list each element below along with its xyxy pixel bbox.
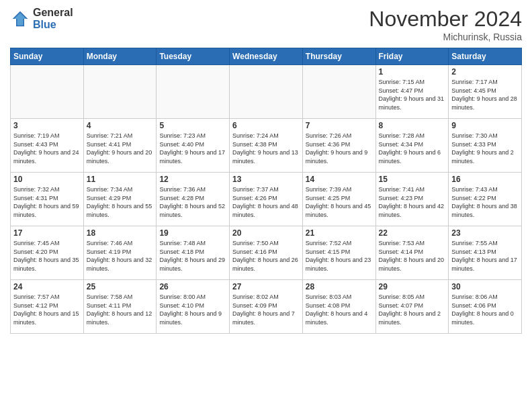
location: Michurinsk, Russia <box>369 32 522 42</box>
calendar-cell: 8Sunrise: 7:28 AMSunset: 4:34 PMDaylight… <box>375 119 449 173</box>
calendar-cell: 19Sunrise: 7:48 AMSunset: 4:18 PMDayligh… <box>157 226 230 280</box>
day-info: Sunrise: 7:46 AMSunset: 4:19 PMDaylight:… <box>87 239 154 273</box>
weekday-header-row: SundayMondayTuesdayWednesdayThursdayFrid… <box>11 48 522 65</box>
calendar-week-row: 1Sunrise: 7:15 AMSunset: 4:47 PMDaylight… <box>11 65 522 119</box>
title-section: November 2024 Michurinsk, Russia <box>369 7 522 42</box>
weekday-header: Tuesday <box>157 48 230 65</box>
day-number: 5 <box>159 121 226 130</box>
day-info: Sunrise: 7:41 AMSunset: 4:23 PMDaylight:… <box>379 185 446 219</box>
day-info: Sunrise: 7:19 AMSunset: 4:43 PMDaylight:… <box>13 132 81 165</box>
day-number: 16 <box>451 175 519 184</box>
page: General Blue November 2024 Michurinsk, R… <box>0 0 532 411</box>
day-info: Sunrise: 7:15 AMSunset: 4:47 PMDaylight:… <box>379 78 446 111</box>
calendar-cell: 25Sunrise: 7:58 AMSunset: 4:11 PMDayligh… <box>83 280 157 334</box>
day-info: Sunrise: 7:55 AMSunset: 4:13 PMDaylight:… <box>451 239 519 273</box>
month-title: November 2024 <box>369 7 522 32</box>
calendar-cell: 11Sunrise: 7:34 AMSunset: 4:29 PMDayligh… <box>83 173 157 226</box>
calendar-cell: 30Sunrise: 8:06 AMSunset: 4:06 PMDayligh… <box>449 280 522 334</box>
day-info: Sunrise: 7:23 AMSunset: 4:40 PMDaylight:… <box>159 132 226 165</box>
logo: General Blue <box>10 7 73 30</box>
calendar: SundayMondayTuesdayWednesdayThursdayFrid… <box>10 48 522 334</box>
day-info: Sunrise: 7:37 AMSunset: 4:26 PMDaylight:… <box>232 185 300 219</box>
day-info: Sunrise: 7:32 AMSunset: 4:31 PMDaylight:… <box>13 185 81 219</box>
calendar-week-row: 10Sunrise: 7:32 AMSunset: 4:31 PMDayligh… <box>11 173 522 226</box>
day-info: Sunrise: 7:30 AMSunset: 4:33 PMDaylight:… <box>451 132 519 165</box>
calendar-cell: 22Sunrise: 7:53 AMSunset: 4:14 PMDayligh… <box>375 226 449 280</box>
calendar-cell: 5Sunrise: 7:23 AMSunset: 4:40 PMDaylight… <box>157 119 230 173</box>
calendar-cell: 13Sunrise: 7:37 AMSunset: 4:26 PMDayligh… <box>230 173 303 226</box>
day-info: Sunrise: 7:58 AMSunset: 4:11 PMDaylight:… <box>87 293 154 326</box>
day-info: Sunrise: 8:03 AMSunset: 4:08 PMDaylight:… <box>306 293 373 326</box>
calendar-cell <box>157 65 230 119</box>
day-number: 25 <box>87 282 154 291</box>
day-number: 2 <box>451 67 519 77</box>
day-info: Sunrise: 8:05 AMSunset: 4:07 PMDaylight:… <box>379 293 446 326</box>
calendar-cell: 27Sunrise: 8:02 AMSunset: 4:09 PMDayligh… <box>230 280 303 334</box>
day-number: 18 <box>87 228 154 238</box>
day-number: 4 <box>87 121 154 130</box>
calendar-cell: 20Sunrise: 7:50 AMSunset: 4:16 PMDayligh… <box>230 226 303 280</box>
day-number: 22 <box>379 228 446 238</box>
day-info: Sunrise: 7:52 AMSunset: 4:15 PMDaylight:… <box>306 239 373 273</box>
calendar-cell: 26Sunrise: 8:00 AMSunset: 4:10 PMDayligh… <box>157 280 230 334</box>
logo-text: General Blue <box>33 7 73 30</box>
day-number: 17 <box>13 228 81 238</box>
calendar-cell <box>83 65 157 119</box>
day-info: Sunrise: 8:00 AMSunset: 4:10 PMDaylight:… <box>159 293 226 326</box>
day-number: 30 <box>451 282 519 291</box>
calendar-cell: 15Sunrise: 7:41 AMSunset: 4:23 PMDayligh… <box>375 173 449 226</box>
calendar-cell: 29Sunrise: 8:05 AMSunset: 4:07 PMDayligh… <box>375 280 449 334</box>
calendar-cell: 6Sunrise: 7:24 AMSunset: 4:38 PMDaylight… <box>230 119 303 173</box>
day-info: Sunrise: 8:02 AMSunset: 4:09 PMDaylight:… <box>232 293 300 326</box>
day-info: Sunrise: 7:43 AMSunset: 4:22 PMDaylight:… <box>451 185 519 219</box>
day-number: 29 <box>379 282 446 291</box>
logo-general: General <box>33 7 73 19</box>
calendar-cell: 3Sunrise: 7:19 AMSunset: 4:43 PMDaylight… <box>11 119 84 173</box>
day-number: 19 <box>159 228 226 238</box>
day-info: Sunrise: 7:17 AMSunset: 4:45 PMDaylight:… <box>451 78 519 111</box>
header: General Blue November 2024 Michurinsk, R… <box>10 7 522 42</box>
calendar-cell: 18Sunrise: 7:46 AMSunset: 4:19 PMDayligh… <box>83 226 157 280</box>
calendar-cell: 12Sunrise: 7:36 AMSunset: 4:28 PMDayligh… <box>157 173 230 226</box>
calendar-cell: 2Sunrise: 7:17 AMSunset: 4:45 PMDaylight… <box>449 65 522 119</box>
weekday-header: Saturday <box>449 48 522 65</box>
day-info: Sunrise: 7:34 AMSunset: 4:29 PMDaylight:… <box>87 185 154 219</box>
day-number: 3 <box>13 121 81 130</box>
day-number: 8 <box>379 121 446 130</box>
weekday-header: Monday <box>83 48 157 65</box>
day-info: Sunrise: 7:36 AMSunset: 4:28 PMDaylight:… <box>159 185 226 219</box>
day-number: 7 <box>306 121 373 130</box>
day-number: 6 <box>232 121 300 130</box>
day-number: 11 <box>87 175 154 184</box>
logo-icon <box>10 9 30 29</box>
day-number: 20 <box>232 228 300 238</box>
day-number: 21 <box>306 228 373 238</box>
calendar-cell: 23Sunrise: 7:55 AMSunset: 4:13 PMDayligh… <box>449 226 522 280</box>
day-number: 24 <box>13 282 81 291</box>
weekday-header: Friday <box>375 48 449 65</box>
calendar-cell: 14Sunrise: 7:39 AMSunset: 4:25 PMDayligh… <box>302 173 375 226</box>
calendar-week-row: 17Sunrise: 7:45 AMSunset: 4:20 PMDayligh… <box>11 226 522 280</box>
weekday-header: Thursday <box>302 48 375 65</box>
calendar-week-row: 24Sunrise: 7:57 AMSunset: 4:12 PMDayligh… <box>11 280 522 334</box>
day-info: Sunrise: 7:28 AMSunset: 4:34 PMDaylight:… <box>379 132 446 165</box>
day-info: Sunrise: 7:26 AMSunset: 4:36 PMDaylight:… <box>306 132 373 165</box>
day-info: Sunrise: 7:48 AMSunset: 4:18 PMDaylight:… <box>159 239 226 273</box>
calendar-cell: 1Sunrise: 7:15 AMSunset: 4:47 PMDaylight… <box>375 65 449 119</box>
day-number: 12 <box>159 175 226 184</box>
day-number: 26 <box>159 282 226 291</box>
day-info: Sunrise: 8:06 AMSunset: 4:06 PMDaylight:… <box>451 293 519 326</box>
day-number: 1 <box>379 67 446 77</box>
calendar-cell: 9Sunrise: 7:30 AMSunset: 4:33 PMDaylight… <box>449 119 522 173</box>
calendar-week-row: 3Sunrise: 7:19 AMSunset: 4:43 PMDaylight… <box>11 119 522 173</box>
day-number: 9 <box>451 121 519 130</box>
calendar-cell <box>230 65 303 119</box>
day-info: Sunrise: 7:57 AMSunset: 4:12 PMDaylight:… <box>13 293 81 326</box>
day-number: 27 <box>232 282 300 291</box>
calendar-cell: 4Sunrise: 7:21 AMSunset: 4:41 PMDaylight… <box>83 119 157 173</box>
day-number: 23 <box>451 228 519 238</box>
calendar-cell: 10Sunrise: 7:32 AMSunset: 4:31 PMDayligh… <box>11 173 84 226</box>
weekday-header: Wednesday <box>230 48 303 65</box>
day-info: Sunrise: 7:21 AMSunset: 4:41 PMDaylight:… <box>87 132 154 165</box>
calendar-cell <box>11 65 84 119</box>
